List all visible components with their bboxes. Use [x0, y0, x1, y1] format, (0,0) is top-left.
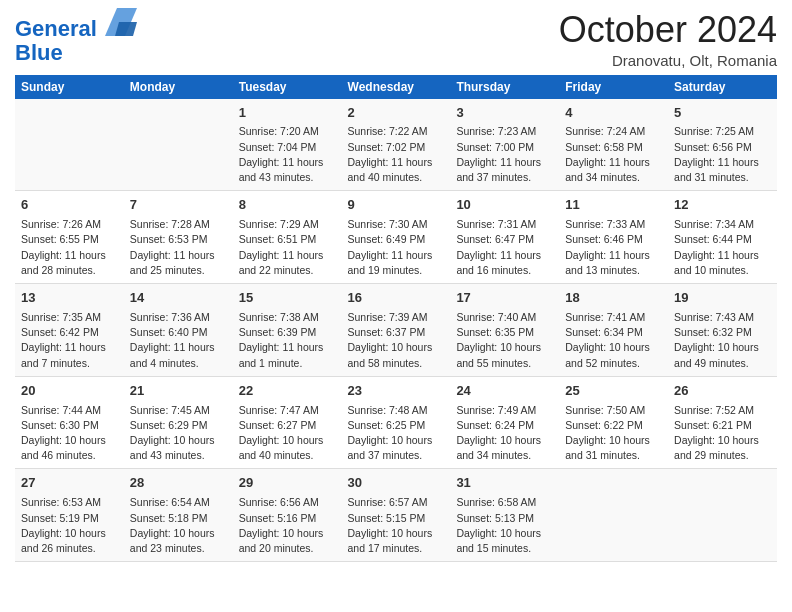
- calendar-week-row: 6Sunrise: 7:26 AM Sunset: 6:55 PM Daylig…: [15, 191, 777, 284]
- calendar-week-row: 13Sunrise: 7:35 AM Sunset: 6:42 PM Dayli…: [15, 284, 777, 377]
- day-number: 10: [456, 196, 553, 215]
- weekday-header-monday: Monday: [124, 75, 233, 99]
- day-info: Sunrise: 6:53 AM Sunset: 5:19 PM Dayligh…: [21, 495, 118, 556]
- day-info: Sunrise: 6:58 AM Sunset: 5:13 PM Dayligh…: [456, 495, 553, 556]
- day-info: Sunrise: 7:48 AM Sunset: 6:25 PM Dayligh…: [348, 403, 445, 464]
- weekday-header-thursday: Thursday: [450, 75, 559, 99]
- day-number: 13: [21, 289, 118, 308]
- calendar-week-row: 27Sunrise: 6:53 AM Sunset: 5:19 PM Dayli…: [15, 469, 777, 562]
- day-number: 25: [565, 382, 662, 401]
- day-info: Sunrise: 7:23 AM Sunset: 7:00 PM Dayligh…: [456, 124, 553, 185]
- day-number: 9: [348, 196, 445, 215]
- day-number: 15: [239, 289, 336, 308]
- calendar-cell: 2Sunrise: 7:22 AM Sunset: 7:02 PM Daylig…: [342, 99, 451, 191]
- day-number: 8: [239, 196, 336, 215]
- day-info: Sunrise: 7:44 AM Sunset: 6:30 PM Dayligh…: [21, 403, 118, 464]
- day-info: Sunrise: 7:31 AM Sunset: 6:47 PM Dayligh…: [456, 217, 553, 278]
- calendar-cell: 23Sunrise: 7:48 AM Sunset: 6:25 PM Dayli…: [342, 376, 451, 469]
- calendar-cell: 8Sunrise: 7:29 AM Sunset: 6:51 PM Daylig…: [233, 191, 342, 284]
- calendar-cell: 12Sunrise: 7:34 AM Sunset: 6:44 PM Dayli…: [668, 191, 777, 284]
- calendar-cell: 26Sunrise: 7:52 AM Sunset: 6:21 PM Dayli…: [668, 376, 777, 469]
- day-info: Sunrise: 7:45 AM Sunset: 6:29 PM Dayligh…: [130, 403, 227, 464]
- day-number: 7: [130, 196, 227, 215]
- calendar-cell: [124, 99, 233, 191]
- logo-general: General: [15, 16, 97, 41]
- logo-icon: [105, 8, 137, 36]
- calendar-cell: 10Sunrise: 7:31 AM Sunset: 6:47 PM Dayli…: [450, 191, 559, 284]
- weekday-header-tuesday: Tuesday: [233, 75, 342, 99]
- calendar-cell: 19Sunrise: 7:43 AM Sunset: 6:32 PM Dayli…: [668, 284, 777, 377]
- calendar-cell: 28Sunrise: 6:54 AM Sunset: 5:18 PM Dayli…: [124, 469, 233, 562]
- day-info: Sunrise: 7:20 AM Sunset: 7:04 PM Dayligh…: [239, 124, 336, 185]
- logo-blue-text: Blue: [15, 40, 63, 65]
- day-info: Sunrise: 7:35 AM Sunset: 6:42 PM Dayligh…: [21, 310, 118, 371]
- day-number: 20: [21, 382, 118, 401]
- day-number: 16: [348, 289, 445, 308]
- day-number: 17: [456, 289, 553, 308]
- weekday-header-row: SundayMondayTuesdayWednesdayThursdayFrid…: [15, 75, 777, 99]
- day-number: 23: [348, 382, 445, 401]
- day-number: 4: [565, 104, 662, 123]
- calendar-cell: 27Sunrise: 6:53 AM Sunset: 5:19 PM Dayli…: [15, 469, 124, 562]
- day-info: Sunrise: 7:39 AM Sunset: 6:37 PM Dayligh…: [348, 310, 445, 371]
- calendar-cell: 21Sunrise: 7:45 AM Sunset: 6:29 PM Dayli…: [124, 376, 233, 469]
- calendar-cell: [559, 469, 668, 562]
- day-number: 12: [674, 196, 771, 215]
- day-number: 31: [456, 474, 553, 493]
- day-number: 1: [239, 104, 336, 123]
- calendar-cell: 18Sunrise: 7:41 AM Sunset: 6:34 PM Dayli…: [559, 284, 668, 377]
- day-number: 29: [239, 474, 336, 493]
- day-info: Sunrise: 7:30 AM Sunset: 6:49 PM Dayligh…: [348, 217, 445, 278]
- day-number: 26: [674, 382, 771, 401]
- day-number: 14: [130, 289, 227, 308]
- calendar-cell: [668, 469, 777, 562]
- calendar-cell: 11Sunrise: 7:33 AM Sunset: 6:46 PM Dayli…: [559, 191, 668, 284]
- day-number: 30: [348, 474, 445, 493]
- day-number: 24: [456, 382, 553, 401]
- day-info: Sunrise: 7:49 AM Sunset: 6:24 PM Dayligh…: [456, 403, 553, 464]
- day-number: 19: [674, 289, 771, 308]
- calendar-table: SundayMondayTuesdayWednesdayThursdayFrid…: [15, 75, 777, 563]
- day-number: 28: [130, 474, 227, 493]
- day-info: Sunrise: 7:22 AM Sunset: 7:02 PM Dayligh…: [348, 124, 445, 185]
- calendar-cell: 29Sunrise: 6:56 AM Sunset: 5:16 PM Dayli…: [233, 469, 342, 562]
- calendar-cell: 1Sunrise: 7:20 AM Sunset: 7:04 PM Daylig…: [233, 99, 342, 191]
- day-info: Sunrise: 7:52 AM Sunset: 6:21 PM Dayligh…: [674, 403, 771, 464]
- day-info: Sunrise: 7:24 AM Sunset: 6:58 PM Dayligh…: [565, 124, 662, 185]
- weekday-header-wednesday: Wednesday: [342, 75, 451, 99]
- weekday-header-sunday: Sunday: [15, 75, 124, 99]
- day-number: 27: [21, 474, 118, 493]
- calendar-cell: 25Sunrise: 7:50 AM Sunset: 6:22 PM Dayli…: [559, 376, 668, 469]
- day-number: 5: [674, 104, 771, 123]
- weekday-header-saturday: Saturday: [668, 75, 777, 99]
- day-info: Sunrise: 7:28 AM Sunset: 6:53 PM Dayligh…: [130, 217, 227, 278]
- day-info: Sunrise: 7:25 AM Sunset: 6:56 PM Dayligh…: [674, 124, 771, 185]
- calendar-cell: 17Sunrise: 7:40 AM Sunset: 6:35 PM Dayli…: [450, 284, 559, 377]
- logo: General Blue: [15, 14, 137, 65]
- title-area: October 2024 Dranovatu, Olt, Romania: [559, 10, 777, 69]
- calendar-cell: 9Sunrise: 7:30 AM Sunset: 6:49 PM Daylig…: [342, 191, 451, 284]
- day-info: Sunrise: 6:54 AM Sunset: 5:18 PM Dayligh…: [130, 495, 227, 556]
- day-number: 6: [21, 196, 118, 215]
- day-info: Sunrise: 7:33 AM Sunset: 6:46 PM Dayligh…: [565, 217, 662, 278]
- day-info: Sunrise: 7:34 AM Sunset: 6:44 PM Dayligh…: [674, 217, 771, 278]
- day-number: 18: [565, 289, 662, 308]
- day-info: Sunrise: 7:41 AM Sunset: 6:34 PM Dayligh…: [565, 310, 662, 371]
- calendar-cell: 14Sunrise: 7:36 AM Sunset: 6:40 PM Dayli…: [124, 284, 233, 377]
- day-info: Sunrise: 6:56 AM Sunset: 5:16 PM Dayligh…: [239, 495, 336, 556]
- calendar-cell: [15, 99, 124, 191]
- calendar-cell: 31Sunrise: 6:58 AM Sunset: 5:13 PM Dayli…: [450, 469, 559, 562]
- day-info: Sunrise: 7:29 AM Sunset: 6:51 PM Dayligh…: [239, 217, 336, 278]
- calendar-cell: 6Sunrise: 7:26 AM Sunset: 6:55 PM Daylig…: [15, 191, 124, 284]
- day-number: 11: [565, 196, 662, 215]
- day-info: Sunrise: 7:50 AM Sunset: 6:22 PM Dayligh…: [565, 403, 662, 464]
- day-info: Sunrise: 7:38 AM Sunset: 6:39 PM Dayligh…: [239, 310, 336, 371]
- location: Dranovatu, Olt, Romania: [559, 52, 777, 69]
- calendar-cell: 7Sunrise: 7:28 AM Sunset: 6:53 PM Daylig…: [124, 191, 233, 284]
- calendar-cell: 24Sunrise: 7:49 AM Sunset: 6:24 PM Dayli…: [450, 376, 559, 469]
- calendar-cell: 22Sunrise: 7:47 AM Sunset: 6:27 PM Dayli…: [233, 376, 342, 469]
- calendar-cell: 20Sunrise: 7:44 AM Sunset: 6:30 PM Dayli…: [15, 376, 124, 469]
- calendar-cell: 5Sunrise: 7:25 AM Sunset: 6:56 PM Daylig…: [668, 99, 777, 191]
- day-number: 2: [348, 104, 445, 123]
- calendar-week-row: 20Sunrise: 7:44 AM Sunset: 6:30 PM Dayli…: [15, 376, 777, 469]
